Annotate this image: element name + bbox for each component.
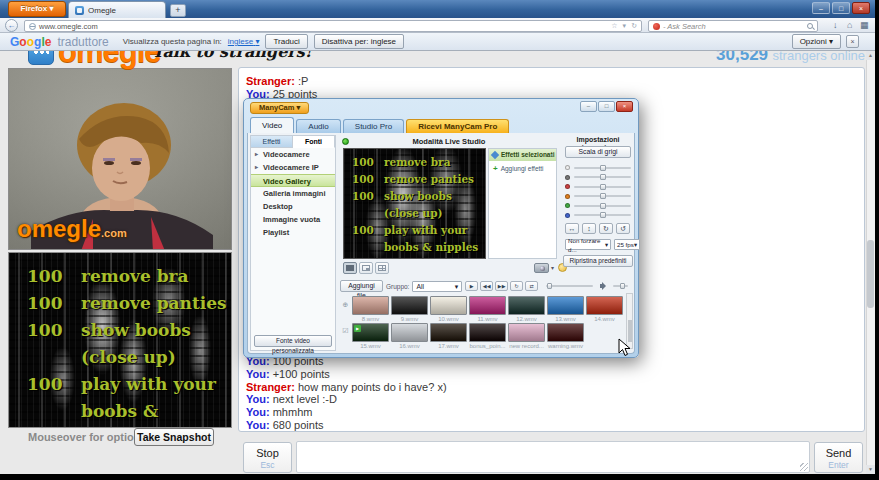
video-thumbnail[interactable]	[547, 296, 584, 315]
camera-dropdown-icon[interactable]: ▾	[551, 264, 554, 271]
reset-defaults-button[interactable]: Ripristina predefiniti	[563, 255, 633, 267]
gallery-item[interactable]: 10.wmv	[430, 296, 467, 323]
firefox-menu-button[interactable]: Firefox ▾	[8, 1, 66, 17]
video-thumbnail[interactable]	[430, 323, 467, 342]
image-slider[interactable]	[565, 173, 631, 183]
browser-tab-omegle[interactable]: Omegle	[68, 1, 166, 18]
source-item-videocamere[interactable]: ▸Videocamere	[251, 148, 335, 161]
volume-thumb[interactable]	[620, 283, 625, 289]
source-item-immagine-vuota[interactable]: Immagine vuota	[251, 213, 335, 226]
video-thumbnail[interactable]	[508, 296, 545, 315]
slider-track[interactable]	[574, 205, 631, 207]
send-button[interactable]: SendEnter	[814, 442, 863, 473]
speaker-icon[interactable]	[600, 282, 608, 290]
stranger-video[interactable]: omegle.com	[8, 68, 232, 250]
slider-track[interactable]	[574, 176, 631, 178]
message-input[interactable]	[296, 441, 810, 473]
resolution-dropdown[interactable]: Non forzare d...▾	[565, 239, 611, 250]
video-thumbnail[interactable]: ▶	[352, 323, 389, 342]
maximize-button[interactable]: □	[598, 101, 615, 112]
flip-horizontal-button[interactable]: ↔	[565, 223, 579, 234]
disable-translate-button[interactable]: Disattiva per: inglese	[314, 34, 404, 49]
options-button[interactable]: Opzioni ▾	[792, 34, 841, 49]
shuffle-button[interactable]: ⇄	[525, 281, 538, 291]
close-icon[interactable]: ×	[550, 149, 554, 161]
flip-vertical-button[interactable]: ↕	[582, 223, 596, 234]
resize-grip[interactable]	[800, 463, 808, 471]
slider-thumb[interactable]	[600, 184, 606, 190]
history-dropdown-icon[interactable]: ▾	[623, 21, 627, 31]
video-thumbnail[interactable]	[391, 296, 428, 315]
scroll-down-icon[interactable]: ▼	[866, 465, 875, 474]
image-slider[interactable]	[565, 192, 631, 202]
gallery-item[interactable]: 8.wmv	[352, 296, 389, 323]
panel-tab-effetti[interactable]: Effetti	[251, 136, 293, 148]
gallery-item[interactable]: bonus_poin...	[469, 323, 506, 350]
manycam-menu-button[interactable]: ManyCam ▾	[250, 102, 309, 114]
video-thumbnail[interactable]	[547, 323, 584, 342]
group-dropdown[interactable]: All ▾	[412, 281, 462, 292]
seek-thumb[interactable]	[547, 283, 552, 289]
rotate-ccw-button[interactable]: ↺	[616, 223, 630, 234]
video-thumbnail[interactable]	[352, 296, 389, 315]
image-slider[interactable]	[565, 211, 631, 221]
gallery-item[interactable]: 12.wmv	[508, 296, 545, 323]
panel-tab-fonti[interactable]: Fonti	[293, 136, 335, 148]
back-button[interactable]: ←	[5, 19, 18, 32]
manycam-tab-studio-pro[interactable]: Studio Pro	[343, 119, 404, 133]
slider-track[interactable]	[574, 167, 631, 169]
search-icon[interactable]	[807, 23, 813, 29]
scroll-up-icon[interactable]: ▲	[866, 51, 875, 60]
new-tab-button[interactable]: +	[170, 4, 186, 17]
search-box[interactable]: - Ask Search	[648, 20, 818, 32]
reload-icon[interactable]: ↻	[631, 21, 637, 31]
video-thumbnail[interactable]	[586, 296, 623, 315]
minimize-button[interactable]: –	[580, 101, 597, 112]
gallery-item[interactable]: 14.wmv	[586, 296, 623, 323]
seek-slider[interactable]	[546, 285, 593, 287]
close-toolbar-button[interactable]: ×	[846, 35, 859, 48]
play-button[interactable]: ▶	[465, 281, 478, 291]
video-thumbnail[interactable]	[508, 323, 545, 342]
fps-dropdown[interactable]: 25 fps▾	[614, 239, 640, 250]
stop-button[interactable]: StopEsc	[243, 442, 292, 473]
video-thumbnail[interactable]	[391, 323, 428, 342]
gallery-item[interactable]: new record...	[508, 323, 545, 350]
minimize-button[interactable]: –	[812, 2, 830, 14]
panels-icon[interactable]: ▦	[860, 19, 869, 32]
grayscale-button[interactable]: Scala di grigi	[565, 146, 631, 158]
slider-thumb[interactable]	[600, 203, 606, 209]
custom-source-button[interactable]: Fonte video personalizzata	[254, 335, 332, 347]
slider-thumb[interactable]	[600, 193, 606, 199]
video-preview[interactable]: 100remove bra100remove panties100show bo…	[343, 148, 486, 259]
rotate-cw-button[interactable]: ↻	[599, 223, 613, 234]
translate-button[interactable]: Traduci	[265, 34, 307, 49]
source-item-galleria-immagini[interactable]: Galleria immagini	[251, 187, 335, 200]
gallery-item[interactable]: 13.wmv	[547, 296, 584, 323]
slider-track[interactable]	[574, 186, 631, 188]
video-thumbnail[interactable]	[430, 296, 467, 315]
image-slider[interactable]	[565, 163, 631, 173]
close-button[interactable]: ×	[616, 101, 633, 112]
gallery-item[interactable]: ▶15.wmv	[352, 323, 389, 350]
slider-track[interactable]	[574, 195, 631, 197]
source-item-videocamere-ip[interactable]: ▸Videocamere IP	[251, 161, 335, 174]
manycam-tab-ricevi-manycam-pro[interactable]: Ricevi ManyCam Pro	[406, 119, 509, 133]
gallery-item[interactable]: 9.wmv	[391, 296, 428, 323]
image-slider[interactable]	[565, 201, 631, 211]
bookmark-star-icon[interactable]: ☆	[611, 21, 617, 31]
gallery-item[interactable]: 16.wmv	[391, 323, 428, 350]
self-video[interactable]: 100remove bra100remove panties100show bo…	[8, 252, 232, 428]
source-item-desktop[interactable]: Desktop	[251, 200, 335, 213]
maximize-button[interactable]: □	[832, 2, 850, 14]
downloads-icon[interactable]: ↓	[833, 19, 838, 32]
add-file-button[interactable]: Aggiungi file	[340, 280, 383, 292]
take-snapshot-button[interactable]: Take Snapshot	[134, 428, 214, 446]
source-item-video-gallery[interactable]: Video Gallery	[251, 174, 335, 187]
url-bar[interactable]: www.omegle.com ☆ ▾ ↻	[24, 20, 642, 32]
add-effects-button[interactable]: + Aggiungi effetti	[489, 161, 556, 176]
video-thumbnail[interactable]	[469, 323, 506, 342]
scrollbar-thumb[interactable]	[867, 240, 874, 308]
loop-button[interactable]: ↻	[510, 281, 523, 291]
gallery-item[interactable]: warning.wmv	[547, 323, 584, 350]
